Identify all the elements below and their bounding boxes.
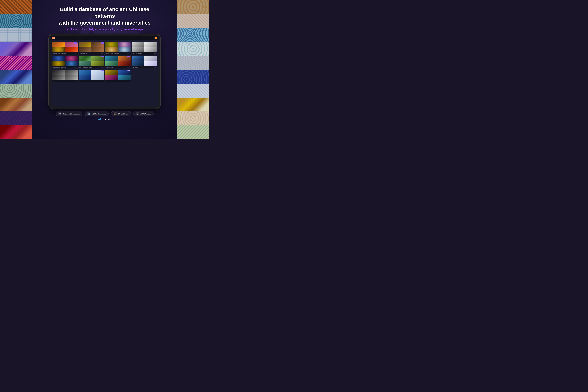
partners-row: T 清华大学美术学院 Academy of Art & Design, Tsin… xyxy=(56,111,154,116)
partner-china-academy: 中国美术馆 Chinese Academy of Beauty xyxy=(133,111,154,116)
card-badge: 5000+ xyxy=(100,70,104,71)
pattern-row-2: Late Tang Dynasty court patterns more > … xyxy=(52,56,157,68)
pattern-card-late-tang-1[interactable]: 3000+ Late Tang Dynasty court patterns m… xyxy=(52,42,78,54)
svg-rect-6 xyxy=(137,113,138,114)
beijing-fashion-text: 北京服装学院 Beijing Institute of Fashion Tech… xyxy=(92,112,106,115)
pattern-card-mandala[interactable]: Late Tang Dynasty court patterns more > xyxy=(52,56,78,68)
card-more-link[interactable]: more > xyxy=(101,80,103,82)
svg-text:T: T xyxy=(60,113,60,114)
card-more-link[interactable]: more > xyxy=(127,80,130,82)
nav-home[interactable]: Home xyxy=(65,37,68,39)
card-more-link[interactable]: more > xyxy=(127,53,130,54)
user-avatar[interactable] xyxy=(154,37,157,39)
svg-marker-9 xyxy=(98,118,99,120)
app-content-area: 3000+ Late Tang Dynasty court patterns m… xyxy=(50,40,159,107)
card-label: curly grass pattern xyxy=(79,53,87,54)
pattern-card-ink-1[interactable]: Ink style pattern more > xyxy=(132,56,157,68)
card-label: black and white pattern xyxy=(132,53,142,54)
app-navbar: NICHANG AI Home Design modeling Training… xyxy=(50,36,159,40)
youku-icon xyxy=(98,118,101,120)
pattern-row-3: Ink style pattern more > 5000+ xyxy=(52,70,157,82)
tablet-outer-frame: NICHANG AI Home Design modeling Training… xyxy=(49,34,160,109)
pattern-card-tang-2[interactable]: 5000+ Tang Dynasty court patterns more > xyxy=(105,70,130,82)
beijing-fashion-icon: M xyxy=(87,112,90,115)
card-more-link[interactable]: more > xyxy=(154,53,156,54)
card-label: Ink style pattern xyxy=(53,80,59,82)
tsinghua-text: 清华大学美术学院 Academy of Art & Design, Tsingh… xyxy=(62,112,80,115)
card-more-link[interactable]: more > xyxy=(74,67,77,68)
partner-tsinghua: T 清华大学美术学院 Academy of Art & Design, Tsin… xyxy=(56,111,82,116)
card-badge: 5000+ xyxy=(100,56,104,58)
card-label: Late Tang Dynasty court patterns xyxy=(106,53,119,54)
pattern-card-curly-grass[interactable]: 1000+ curly grass pattern more > xyxy=(78,42,104,54)
card-badge: 3000+ xyxy=(74,42,77,44)
partner-luxun: L 鲁迅美术学院 Luxun Academy of Fine Arts xyxy=(111,111,131,116)
card-badge: 5000+ xyxy=(127,70,130,71)
card-label: Song Dynasty ancient paintings xyxy=(79,67,92,68)
card-more-link[interactable]: more > xyxy=(154,67,156,68)
card-more-link[interactable]: more > xyxy=(101,53,103,54)
card-badge: 5000+ xyxy=(127,56,130,58)
device-frame: NICHANG AI Home Design modeling Training… xyxy=(49,34,160,109)
card-badge: 1000+ xyxy=(100,42,104,44)
svg-marker-10 xyxy=(99,118,101,120)
nav-pattern-database[interactable]: Pattern database xyxy=(91,37,100,39)
pattern-card-late-tang-2[interactable]: Late Tang Dynasty court patterns more > xyxy=(105,42,130,54)
nav-training-model[interactable]: Training model xyxy=(81,37,89,39)
card-more-link[interactable]: more > xyxy=(101,67,103,68)
pattern-card-ink-2[interactable]: Ink style pattern more > xyxy=(52,70,78,82)
pattern-card-ink-3[interactable]: 5000+ Ink style pattern more > xyxy=(78,70,104,82)
pattern-row-1: 3000+ Late Tang Dynasty court patterns m… xyxy=(52,42,157,54)
empty-slot xyxy=(132,70,157,82)
pattern-card-song[interactable]: 5000+ Song Dynasty ancient paintings mor… xyxy=(78,56,104,68)
luxun-text: 鲁迅美术学院 Luxun Academy of Fine Arts xyxy=(118,112,128,115)
card-label: Tang Dynasty court patterns xyxy=(106,80,117,82)
card-label: Late Tang Dynasty court patterns xyxy=(53,53,66,54)
card-label: Dunhuang murals xyxy=(106,67,113,68)
svg-text:M: M xyxy=(88,113,89,114)
tsinghua-icon: T xyxy=(58,112,61,115)
main-content: Build a database of ancient Chinese patt… xyxy=(0,0,209,120)
china-academy-text: 中国美术馆 Chinese Academy of Beauty xyxy=(140,112,151,115)
card-more-link[interactable]: more > xyxy=(74,80,77,82)
youku-logo: YOUKU xyxy=(98,118,111,120)
card-more-link[interactable]: more > xyxy=(127,67,130,68)
app-screen: NICHANG AI Home Design modeling Training… xyxy=(50,36,159,107)
pattern-card-bw[interactable]: black and white pattern more > xyxy=(132,42,157,54)
app-logo: NICHANG AI xyxy=(52,37,63,39)
nav-design-modeling[interactable]: Design modeling xyxy=(70,37,79,39)
card-label: Ink style pattern xyxy=(79,80,86,82)
app-logo-text: NICHANG AI xyxy=(55,37,63,39)
pattern-card-dunhuang[interactable]: 5000+ Dunhuang murals more > xyxy=(105,56,130,68)
svg-text:L: L xyxy=(115,113,116,114)
youku-text: YOUKU xyxy=(102,118,111,120)
china-academy-icon xyxy=(136,112,139,115)
card-label: Ink style pattern xyxy=(132,67,139,68)
card-label: Late Tang Dynasty court patterns xyxy=(53,67,66,68)
partner-beijing-fashion: M 北京服装学院 Beijing Institute of Fashion Te… xyxy=(85,111,108,116)
hero-subtitle: Provide inspiration to designers while p… xyxy=(66,28,143,31)
hero-title: Build a database of ancient Chinese patt… xyxy=(52,6,157,26)
luxun-icon: L xyxy=(114,112,117,115)
nav-items: Home Design modeling Training model Patt… xyxy=(65,37,100,39)
card-more-link[interactable]: more > xyxy=(74,53,77,54)
logo-icon xyxy=(52,37,54,39)
